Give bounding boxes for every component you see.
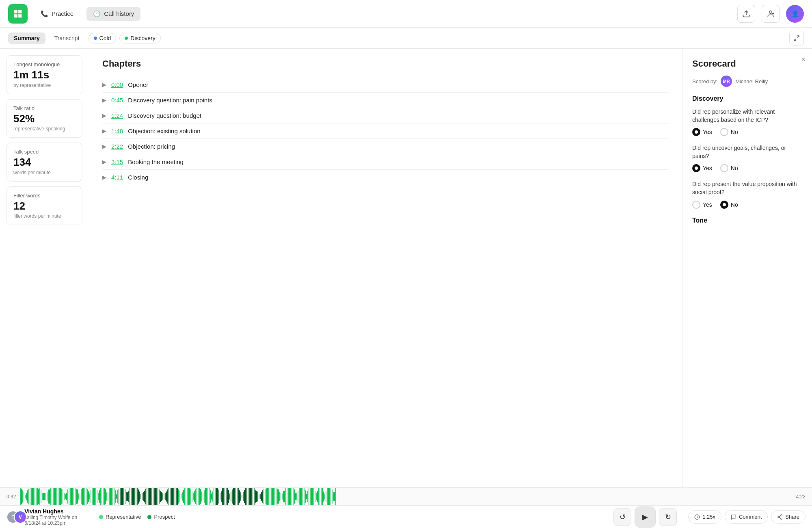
waveform-bar	[150, 488, 151, 505]
waveform-bar	[257, 491, 258, 501]
chapter-time[interactable]: 0:45	[111, 97, 123, 104]
play-button[interactable]: ▶	[635, 506, 656, 528]
question-1-yes[interactable]: Yes	[692, 128, 712, 136]
waveform-bar	[295, 493, 296, 500]
waveform-bar	[326, 491, 326, 502]
chapter-row: ▶ 0:45 Discovery question: pain points	[102, 93, 669, 108]
time-start: 0:32	[6, 494, 16, 500]
waveform-bar	[281, 493, 281, 500]
practice-nav-button[interactable]: 📞 Practice	[34, 7, 80, 21]
waveform-bar	[25, 495, 26, 499]
scorecard-close-button[interactable]: ×	[801, 55, 806, 64]
add-user-button[interactable]	[762, 5, 780, 23]
comment-button[interactable]: Comment	[725, 510, 768, 524]
waveform-bar	[106, 492, 107, 501]
waveform-bar	[49, 489, 50, 504]
waveform-bar	[200, 489, 201, 504]
waveform-bar	[225, 488, 225, 505]
waveform-bar	[244, 490, 245, 504]
waveform-bar	[32, 488, 33, 505]
waveform-bar	[312, 488, 313, 505]
question-3-yes[interactable]: Yes	[692, 201, 712, 209]
history-icon: 🕐	[93, 10, 101, 17]
waveform-bar	[21, 489, 22, 505]
question-3-no[interactable]: No	[720, 201, 738, 209]
waveform-bar	[310, 488, 311, 505]
rewind-button[interactable]: ↺	[613, 508, 631, 526]
waveform-bar	[144, 491, 145, 502]
waveform-bar	[316, 493, 317, 500]
waveform-bar	[334, 492, 335, 501]
waveform-bar	[322, 488, 323, 505]
waveform-bar	[254, 488, 255, 505]
chapter-time[interactable]: 1:24	[111, 112, 123, 119]
speed-button[interactable]: 1.25x	[688, 510, 721, 524]
waveform-bar	[232, 489, 233, 504]
waveform-bar	[75, 488, 76, 505]
user-avatar[interactable]: 👤	[786, 5, 804, 23]
waveform-bar	[35, 488, 35, 505]
waveform-bar	[66, 493, 67, 500]
chapter-time[interactable]: 4:11	[111, 174, 123, 181]
svg-line-10	[779, 517, 781, 518]
waveform-bar	[81, 489, 82, 504]
waveform-bar	[30, 488, 30, 505]
waveform-bar	[151, 488, 152, 505]
waveform-area[interactable]: 0:32 4:22	[0, 488, 812, 505]
waveform-bar	[282, 493, 283, 500]
waveform-bar	[176, 488, 177, 505]
waveform-bar	[31, 488, 32, 505]
monologue-value: 1m 11s	[13, 69, 76, 81]
waveform-bar	[100, 488, 101, 505]
summary-tab[interactable]: Summary	[8, 32, 45, 44]
monologue-stat-card: Longest monologue 1m 11s by representati…	[6, 55, 82, 94]
expand-button[interactable]	[789, 31, 804, 45]
share-button[interactable]: Share	[771, 510, 806, 524]
waveform-bar	[296, 493, 297, 500]
chapters-title: Chapters	[102, 58, 669, 69]
waveform-bar	[156, 488, 157, 505]
question-2-no[interactable]: No	[720, 164, 738, 172]
waveform-bar	[251, 488, 252, 505]
waveform-bar	[243, 492, 244, 501]
prospect-dot	[147, 515, 151, 519]
waveform-bar	[259, 494, 259, 499]
waveform-bar	[98, 493, 99, 500]
waveform-bar	[323, 491, 324, 502]
waveform-bar	[65, 494, 66, 499]
waveform-bar	[161, 492, 162, 501]
chapter-time[interactable]: 0:00	[111, 81, 123, 88]
forward-button[interactable]: ↻	[659, 508, 677, 526]
waveform-bar	[63, 489, 63, 504]
waveform-bar	[93, 488, 94, 505]
question-1-no[interactable]: No	[720, 128, 738, 136]
waveform-bar	[140, 494, 141, 500]
svg-point-1	[769, 11, 772, 13]
chapter-row: ▶ 1:24 Discovery question: budget	[102, 108, 669, 123]
chapter-description: Discovery question: budget	[128, 112, 201, 119]
waveform-bar	[155, 488, 156, 505]
waveform-bar	[237, 488, 238, 505]
waveform-bar	[119, 489, 119, 504]
transcript-tab[interactable]: Transcript	[49, 32, 85, 44]
waveform-bar	[197, 488, 197, 505]
waveform-bar	[293, 488, 294, 505]
waveform-bar	[83, 488, 84, 505]
question-2-yes[interactable]: Yes	[692, 164, 712, 172]
chapter-time[interactable]: 2:22	[111, 143, 123, 150]
waveform-bar	[41, 490, 41, 503]
waveform-bar	[187, 488, 188, 505]
chapter-time[interactable]: 3:15	[111, 158, 123, 165]
chapter-time[interactable]: 1:48	[111, 128, 123, 134]
caller-details: Vivian Hughes calling Timothy Wolfe on 6…	[24, 508, 88, 526]
call-history-nav-button[interactable]: 🕐 Call history	[86, 7, 140, 21]
upload-button[interactable]	[737, 5, 755, 23]
waveform-bar	[102, 488, 102, 505]
waveform-bar	[317, 491, 318, 502]
waveform-bar	[167, 489, 168, 503]
prospect-label: Prospect	[154, 514, 175, 520]
speed-icon	[694, 514, 700, 520]
chapter-row: ▶ 0:00 Opener	[102, 77, 669, 93]
waveform-bar	[108, 492, 108, 501]
waveform-bar	[73, 488, 74, 505]
